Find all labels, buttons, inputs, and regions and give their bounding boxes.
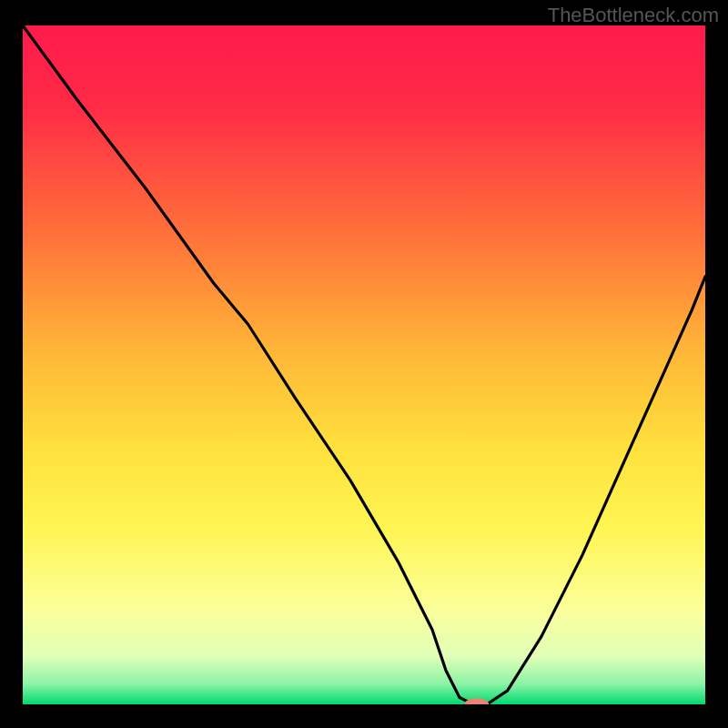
watermark-text: TheBottleneck.com xyxy=(548,4,719,27)
chart-frame: TheBottleneck.com xyxy=(0,0,728,728)
gradient-background xyxy=(23,25,705,704)
chart-svg xyxy=(23,25,705,704)
plot-area xyxy=(23,25,705,704)
